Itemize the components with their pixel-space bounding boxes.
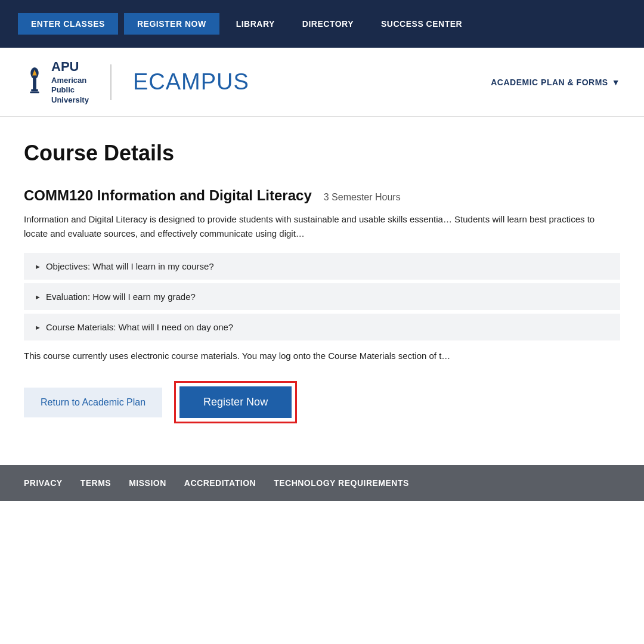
svg-rect-1 bbox=[33, 78, 36, 90]
footer-link-privacy[interactable]: PRIVACY bbox=[24, 478, 63, 488]
library-link[interactable]: LIBRARY bbox=[236, 19, 275, 29]
apu-letters: APU bbox=[51, 58, 79, 76]
course-name: COMM120 Information and Digital Literacy bbox=[24, 187, 312, 204]
university-line2: Public bbox=[51, 85, 89, 95]
register-now-nav-button[interactable]: REGISTER NOW bbox=[124, 13, 219, 35]
accordion-label-materials: Course Materials: What will I need on da… bbox=[46, 322, 233, 332]
accordion-arrow-icon: ► bbox=[35, 324, 41, 331]
footer-link-mission[interactable]: MISSION bbox=[129, 478, 166, 488]
chevron-down-icon: ▼ bbox=[612, 78, 620, 87]
success-center-link[interactable]: SUCCESS CENTER bbox=[381, 19, 462, 29]
footer-link-terms[interactable]: TERMS bbox=[80, 478, 112, 488]
semester-hours: 3 Semester Hours bbox=[324, 192, 401, 203]
university-line3: University bbox=[51, 95, 89, 106]
register-now-highlight: Register Now bbox=[174, 381, 297, 423]
header-bar: APU American Public University ECAMPUS A… bbox=[0, 48, 644, 117]
university-line1: American bbox=[51, 76, 89, 86]
directory-link[interactable]: DIRECTORY bbox=[302, 19, 354, 29]
logo-divider bbox=[110, 64, 112, 100]
torch-icon bbox=[24, 67, 45, 97]
accordion-item-objectives[interactable]: ► Objectives: What will I learn in my co… bbox=[24, 253, 620, 280]
accordion-label-evaluation: Evaluation: How will I earn my grade? bbox=[46, 292, 196, 302]
logo-icon-block: APU American Public University bbox=[24, 58, 89, 106]
course-materials-note: This course currently uses electronic co… bbox=[24, 349, 620, 363]
enter-classes-button[interactable]: ENTER CLASSES bbox=[18, 13, 118, 35]
footer: PRIVACYTERMSMISSIONACCREDITATIONTECHNOLO… bbox=[0, 465, 644, 501]
register-now-button[interactable]: Register Now bbox=[179, 386, 292, 418]
svg-rect-3 bbox=[31, 89, 38, 91]
return-to-academic-plan-button[interactable]: Return to Academic Plan bbox=[24, 388, 162, 417]
academic-plan-button[interactable]: ACADEMIC PLAN & FORMS ▼ bbox=[491, 78, 620, 87]
footer-link-accreditation[interactable]: ACCREDITATION bbox=[184, 478, 256, 488]
course-title-row: COMM120 Information and Digital Literacy… bbox=[24, 187, 620, 204]
logo-apu-badge: APU bbox=[51, 58, 89, 76]
logo-apu-text: APU American Public University bbox=[51, 58, 89, 106]
accordion-arrow-icon: ► bbox=[35, 293, 41, 301]
page-title: Course Details bbox=[24, 141, 620, 166]
accordion-arrow-icon: ► bbox=[35, 263, 41, 270]
accordion-item-evaluation[interactable]: ► Evaluation: How will I earn my grade? bbox=[24, 283, 620, 310]
academic-plan-label: ACADEMIC PLAN & FORMS bbox=[491, 78, 608, 87]
action-buttons-row: Return to Academic Plan Register Now bbox=[24, 381, 620, 423]
accordion-label-objectives: Objectives: What will I learn in my cour… bbox=[46, 261, 214, 271]
svg-rect-4 bbox=[30, 91, 39, 93]
main-content: Course Details COMM120 Information and D… bbox=[0, 117, 644, 441]
top-nav: ENTER CLASSES REGISTER NOW LIBRARY DIREC… bbox=[0, 0, 644, 48]
course-description: Information and Digital Literacy is desi… bbox=[24, 212, 620, 241]
accordion-item-materials[interactable]: ► Course Materials: What will I need on … bbox=[24, 314, 620, 340]
footer-link-technology-requirements[interactable]: TECHNOLOGY REQUIREMENTS bbox=[274, 478, 409, 488]
ecampus-label: ECAMPUS bbox=[133, 69, 249, 95]
logo-area: APU American Public University ECAMPUS bbox=[24, 58, 249, 106]
